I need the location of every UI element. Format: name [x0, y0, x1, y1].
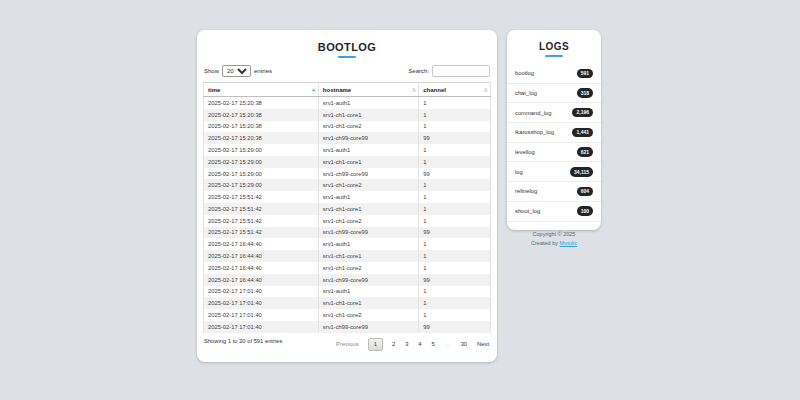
page-number-button: … — [444, 339, 452, 349]
count-badge: 2,196 — [572, 108, 593, 118]
log-name: levellog — [515, 149, 535, 155]
cell-time: 2025-02-17 15:29:00 — [204, 168, 319, 180]
cell-hostname: srv1-auth1 — [318, 191, 418, 203]
cell-time: 2025-02-17 15:51:42 — [204, 191, 319, 203]
cell-time: 2025-02-17 17:01:40 — [204, 309, 319, 321]
title-underline — [545, 55, 563, 57]
cell-hostname: srv1-ch1-core1 — [318, 156, 418, 168]
cell-hostname: srv1-ch99-core99 — [318, 168, 418, 180]
cell-channel: 1 — [419, 286, 491, 298]
cell-time: 2025-02-17 16:44:40 — [204, 262, 319, 274]
log-name: shout_log — [515, 208, 540, 214]
table-row: 2025-02-17 16:44:40 srv1-ch99-core99 99 — [204, 274, 491, 286]
cell-channel: 1 — [419, 203, 491, 215]
page-background: BOOTLOG Show 20 entries Search: time — [0, 0, 800, 400]
log-name: command_log — [515, 110, 551, 116]
page-number-button[interactable]: 2 — [391, 339, 396, 349]
search-input[interactable] — [432, 65, 490, 77]
cell-hostname: srv1-auth1 — [318, 97, 418, 109]
sort-both-icon: ⇅ — [412, 87, 416, 92]
log-list-item[interactable]: bootlog 591 — [507, 64, 601, 84]
cell-time: 2025-02-17 15:20:38 — [204, 109, 319, 121]
table-row: 2025-02-17 17:01:40 srv1-ch1-core1 1 — [204, 297, 491, 309]
sidebar-footer: Copyright © 2025 Created by Mutulic — [507, 230, 601, 250]
cell-hostname: srv1-ch99-core99 — [318, 227, 418, 239]
cell-channel: 1 — [419, 191, 491, 203]
log-list-item[interactable]: ikarosshop_log 1,441 — [507, 123, 601, 143]
cell-hostname: srv1-ch99-core99 — [318, 274, 418, 286]
page-number-button[interactable]: 1 — [368, 338, 383, 351]
page-title: BOOTLOG — [203, 41, 491, 53]
previous-page-button[interactable]: Previous — [335, 339, 360, 349]
show-label: Show — [204, 68, 219, 74]
cell-channel: 1 — [419, 262, 491, 274]
log-list-item[interactable]: shout_log 100 — [507, 202, 601, 222]
cell-channel: 99 — [419, 321, 491, 333]
log-list-item[interactable]: log 34,115 — [507, 162, 601, 182]
cell-hostname: srv1-ch1-core1 — [318, 250, 418, 262]
table-row: 2025-02-17 16:44:40 srv1-auth1 1 — [204, 238, 491, 250]
log-list: bootlog 591 chat_log 318 command_log 2,1… — [507, 64, 601, 222]
cell-hostname: srv1-ch1-core2 — [318, 309, 418, 321]
cell-time: 2025-02-17 15:20:38 — [204, 97, 319, 109]
column-header-hostname[interactable]: hostname ⇅ — [318, 83, 418, 97]
count-badge: 100 — [577, 206, 593, 216]
table-row: 2025-02-17 17:01:40 srv1-ch1-core2 1 — [204, 309, 491, 321]
cell-hostname: srv1-auth1 — [318, 238, 418, 250]
entries-length-control: Show 20 entries — [204, 65, 272, 77]
cell-time: 2025-02-17 15:29:00 — [204, 144, 319, 156]
log-list-item[interactable]: chat_log 318 — [507, 84, 601, 104]
cell-channel: 1 — [419, 97, 491, 109]
cell-channel: 1 — [419, 250, 491, 262]
log-list-item[interactable]: levellog 621 — [507, 143, 601, 163]
column-header-time[interactable]: time ▲ — [204, 83, 319, 97]
entries-label: entries — [254, 68, 272, 74]
copyright-text: Copyright © 2025 — [507, 230, 601, 240]
table-row: 2025-02-17 17:01:40 srv1-ch99-core99 99 — [204, 321, 491, 333]
cell-channel: 1 — [419, 121, 491, 133]
table-header-row: time ▲ hostname ⇅ channel ⇅ — [204, 83, 491, 97]
cell-hostname: srv1-ch1-core2 — [318, 121, 418, 133]
cell-channel: 1 — [419, 144, 491, 156]
cell-hostname: srv1-ch1-core2 — [318, 179, 418, 191]
table-row: 2025-02-17 15:29:00 srv1-ch1-core2 1 — [204, 179, 491, 191]
page-number-button[interactable]: 30 — [460, 339, 468, 349]
log-list-item[interactable]: command_log 2,196 — [507, 103, 601, 123]
sort-both-icon: ⇅ — [484, 87, 488, 92]
page-number-button[interactable]: 5 — [431, 339, 436, 349]
table-row: 2025-02-17 17:01:40 srv1-auth1 1 — [204, 286, 491, 298]
cell-hostname: srv1-auth1 — [318, 144, 418, 156]
cell-time: 2025-02-17 15:29:00 — [204, 156, 319, 168]
search-control: Search: — [408, 65, 490, 77]
cell-channel: 1 — [419, 179, 491, 191]
cell-hostname: srv1-ch1-core1 — [318, 297, 418, 309]
page-number-list: 1 2 3 4 5 … 30 — [368, 338, 468, 351]
table-row: 2025-02-17 15:51:42 srv1-ch1-core2 1 — [204, 215, 491, 227]
log-name: ikarosshop_log — [515, 129, 554, 135]
table-row: 2025-02-17 16:44:40 srv1-ch1-core2 1 — [204, 262, 491, 274]
cell-time: 2025-02-17 15:29:00 — [204, 179, 319, 191]
cell-channel: 1 — [419, 215, 491, 227]
cell-channel: 1 — [419, 238, 491, 250]
log-name: log — [515, 169, 523, 175]
table-row: 2025-02-17 15:20:38 srv1-auth1 1 — [204, 97, 491, 109]
sort-ascending-icon: ▲ — [311, 87, 315, 92]
log-list-item[interactable]: refinelog 604 — [507, 182, 601, 202]
cell-time: 2025-02-17 17:01:40 — [204, 286, 319, 298]
next-page-button[interactable]: Next — [476, 339, 490, 349]
author-link[interactable]: Mutulic — [560, 240, 577, 246]
table-row: 2025-02-17 15:29:00 srv1-auth1 1 — [204, 144, 491, 156]
table-row: 2025-02-17 15:20:38 srv1-ch1-core1 1 — [204, 109, 491, 121]
pagination: Previous 1 2 3 4 5 … — [335, 338, 490, 351]
page-number-button[interactable]: 4 — [417, 339, 422, 349]
cell-time: 2025-02-17 16:44:40 — [204, 250, 319, 262]
table-row: 2025-02-17 15:51:42 srv1-ch99-core99 99 — [204, 227, 491, 239]
cell-channel: 99 — [419, 227, 491, 239]
column-header-channel[interactable]: channel ⇅ — [419, 83, 491, 97]
bootlog-table: time ▲ hostname ⇅ channel ⇅ — [203, 82, 491, 333]
cell-hostname: srv1-ch1-core2 — [318, 262, 418, 274]
entries-select[interactable]: 20 — [222, 65, 251, 77]
cell-channel: 1 — [419, 297, 491, 309]
table-row: 2025-02-17 15:51:42 srv1-auth1 1 — [204, 191, 491, 203]
page-number-button[interactable]: 3 — [404, 339, 409, 349]
